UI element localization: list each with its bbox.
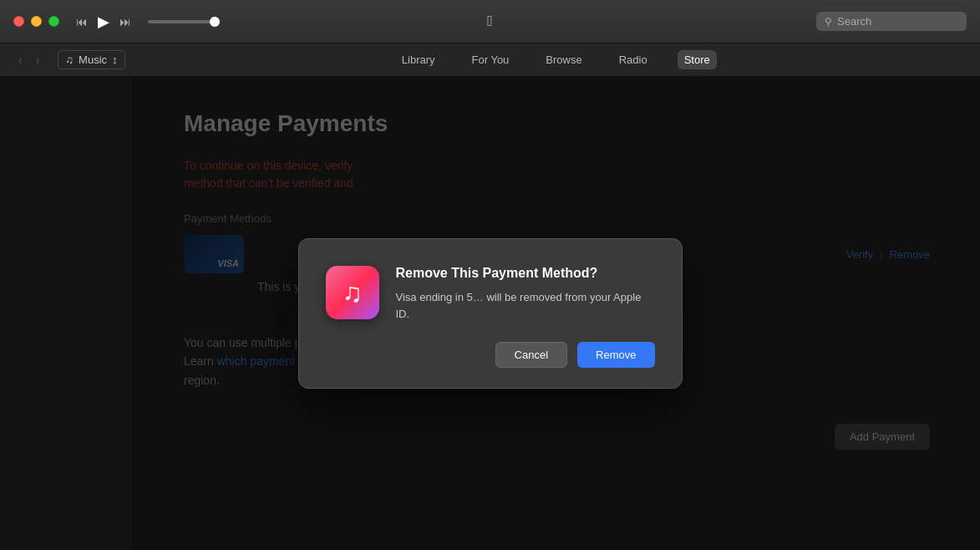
forward-arrow-icon[interactable]: › (31, 52, 45, 69)
modal-buttons: Cancel Remove (326, 342, 655, 368)
nav-store[interactable]: Store (678, 50, 717, 69)
modal-overlay: ♫ Remove This Payment Method? Visa endin… (0, 77, 980, 550)
music-note-small-icon: ♫ (65, 53, 74, 66)
volume-slider[interactable] (148, 20, 215, 23)
cancel-button[interactable]: Cancel (495, 342, 567, 368)
nav-browse[interactable]: Browse (539, 50, 588, 69)
modal-text: Remove This Payment Method? Visa ending … (396, 266, 655, 322)
app-name-label: Music (79, 53, 107, 66)
music-note-icon: ♫ (343, 278, 363, 308)
nav-links: Library For You Browse Radio Store (145, 50, 967, 69)
music-app-switcher[interactable]: ♫ Music ↕ (58, 50, 124, 69)
transport-controls: ⏮ ▶ ⏭ (76, 13, 215, 31)
nav-arrows: ‹ › (13, 52, 44, 69)
minimize-button[interactable] (31, 16, 42, 27)
back-arrow-icon[interactable]: ‹ (13, 52, 28, 69)
modal-header: ♫ Remove This Payment Method? Visa endin… (326, 266, 655, 322)
nav-library[interactable]: Library (395, 50, 442, 69)
modal-title: Remove This Payment Method? (396, 266, 655, 281)
close-button[interactable] (13, 16, 24, 27)
remove-payment-modal: ♫ Remove This Payment Method? Visa endin… (298, 238, 683, 389)
search-placeholder: Search (837, 15, 871, 28)
navbar: ‹ › ♫ Music ↕ Library For You Browse Rad… (0, 43, 980, 77)
remove-button[interactable]: Remove (577, 342, 654, 368)
search-icon: ⚲ (825, 16, 832, 28)
rewind-button[interactable]: ⏮ (76, 15, 88, 28)
modal-body: Visa ending in 5… will be removed from y… (396, 289, 655, 322)
nav-for-you[interactable]: For You (465, 50, 516, 69)
search-bar[interactable]: ⚲ Search (816, 12, 967, 31)
traffic-lights (13, 16, 59, 27)
fast-forward-button[interactable]: ⏭ (119, 15, 131, 28)
nav-radio[interactable]: Radio (612, 50, 654, 69)
play-button[interactable]: ▶ (98, 13, 109, 31)
dropdown-arrow-icon: ↕ (112, 53, 118, 66)
main-content: Manage Payments To continue on this devi… (0, 77, 980, 550)
maximize-button[interactable] (48, 16, 59, 27)
apple-logo-icon:  (487, 13, 493, 30)
titlebar: ⏮ ▶ ⏭  ⚲ Search (0, 0, 980, 43)
music-app-icon: ♫ (326, 266, 379, 319)
